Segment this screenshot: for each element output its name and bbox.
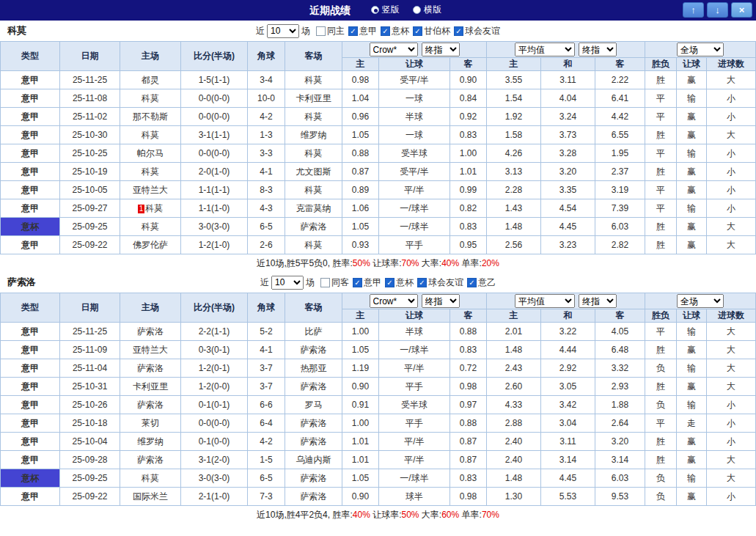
avg-home-odds: 2.40 (487, 451, 541, 469)
checkbox-checked-icon[interactable]: ✓ (454, 26, 463, 36)
avg-home-odds: 1.48 (487, 469, 541, 488)
filter-checkbox[interactable]: ✓意乙 (467, 276, 496, 289)
home-team[interactable]: 科莫 (120, 218, 181, 236)
checkbox-checked-icon[interactable]: ✓ (353, 278, 362, 287)
home-team[interactable]: 亚特兰大 (120, 181, 181, 199)
home-team[interactable]: 萨索洛 (120, 396, 181, 414)
home-team[interactable]: 科莫 (120, 126, 181, 144)
checkbox-unchecked-icon[interactable] (316, 26, 326, 36)
result-outcome: 胜 (645, 433, 677, 451)
avg-away-odds: 4.42 (595, 108, 645, 126)
home-team[interactable]: 1科莫 (120, 199, 181, 218)
summary-segment: 单率: (459, 258, 482, 268)
radio-selected-icon (371, 6, 379, 14)
asia-bookmaker-select[interactable]: Crow* (370, 294, 418, 308)
asia-home-odds: 0.96 (342, 108, 379, 126)
away-team[interactable]: 萨索洛 (285, 469, 342, 488)
checkbox-checked-icon[interactable]: ✓ (417, 278, 427, 287)
home-team[interactable]: 国际米兰 (120, 488, 181, 506)
view-horizontal-radio[interactable]: 横版 (413, 4, 441, 16)
away-team[interactable]: 科莫 (285, 144, 342, 163)
away-team[interactable]: 科莫 (285, 181, 342, 199)
home-team[interactable]: 佛罗伦萨 (120, 236, 181, 254)
away-team[interactable]: 萨索洛 (285, 488, 342, 506)
checkbox-checked-icon[interactable]: ✓ (381, 26, 390, 36)
away-team[interactable]: 萨索洛 (285, 218, 342, 236)
away-team[interactable]: 萨索洛 (285, 378, 342, 396)
corner-score: 6-5 (248, 218, 285, 236)
away-team[interactable]: 萨索洛 (285, 341, 342, 359)
checkbox-checked-icon[interactable]: ✓ (413, 26, 422, 36)
away-team[interactable]: 萨索洛 (285, 433, 342, 451)
filter-checkbox[interactable]: ✓意杯 (381, 25, 409, 37)
matches-table: 类型 日期 主场 比分(半场) 角球 客场 Crow* 终指 平均值 终指 (0, 293, 756, 506)
corner-score: 1-3 (248, 126, 285, 144)
away-team[interactable]: 维罗纳 (285, 126, 342, 144)
avg-home-odds: 4.26 (487, 144, 541, 163)
europe-final-select[interactable]: 终指 (579, 43, 617, 56)
checkbox-checked-icon[interactable]: ✓ (467, 278, 477, 287)
down-arrow-icon: ↓ (715, 4, 720, 15)
home-team[interactable]: 科莫 (120, 163, 181, 181)
match-count-select[interactable]: 10 (267, 24, 299, 38)
home-team[interactable]: 都灵 (120, 71, 181, 89)
filter-checkbox[interactable]: ✓球会友谊 (417, 276, 463, 289)
home-team[interactable]: 萨索洛 (120, 323, 181, 341)
filter-checkbox[interactable]: 同主 (316, 25, 345, 37)
view-vertical-radio[interactable]: 竖版 (371, 4, 400, 16)
col-avg-away: 客 (595, 58, 645, 71)
home-team[interactable]: 卡利亚里 (120, 378, 181, 396)
close-button[interactable]: × (731, 2, 752, 18)
move-down-button[interactable]: ↓ (707, 2, 728, 18)
away-team[interactable]: 卡利亚里 (285, 89, 342, 108)
home-team[interactable]: 萨索洛 (120, 451, 181, 469)
filter-checkbox[interactable]: ✓意杯 (385, 276, 414, 289)
away-team[interactable]: 尤文图斯 (285, 163, 342, 181)
filter-checkbox[interactable]: ✓球会友谊 (454, 25, 500, 37)
filter-checkbox[interactable]: ✓甘伯杯 (413, 25, 450, 37)
away-team[interactable]: 科莫 (285, 71, 342, 89)
away-team[interactable]: 热那亚 (285, 359, 342, 378)
away-team[interactable]: 罗马 (285, 396, 342, 414)
fulltime-select[interactable]: 全场 (677, 43, 724, 56)
checkbox-checked-icon[interactable]: ✓ (385, 278, 394, 287)
avg-draw-odds: 4.04 (541, 89, 595, 108)
asia-final-select[interactable]: 终指 (422, 294, 460, 308)
filter-checkbox[interactable]: 同客 (320, 276, 349, 289)
away-team[interactable]: 萨索洛 (285, 414, 342, 433)
asia-home-odds: 1.06 (342, 199, 379, 218)
handicap-line: 平手 (379, 378, 450, 396)
away-team[interactable]: 科莫 (285, 236, 342, 254)
away-team[interactable]: 比萨 (285, 323, 342, 341)
rank-badge: 1 (138, 205, 145, 213)
fulltime-select[interactable]: 全场 (677, 294, 724, 308)
europe-bookmaker-select[interactable]: 平均值 (515, 294, 575, 308)
home-team[interactable]: 帕尔马 (120, 144, 181, 163)
move-up-button[interactable]: ↑ (683, 2, 704, 18)
away-team[interactable]: 乌迪内斯 (285, 451, 342, 469)
filter-checkbox[interactable]: ✓意甲 (348, 25, 377, 37)
home-team[interactable]: 科莫 (120, 469, 181, 488)
home-team[interactable]: 那不勒斯 (120, 108, 181, 126)
handicap-line: 球半 (379, 488, 450, 506)
avg-home-odds: 2.28 (487, 181, 541, 199)
checkbox-checked-icon[interactable]: ✓ (348, 26, 358, 36)
home-team[interactable]: 亚特兰大 (120, 341, 181, 359)
home-team[interactable]: 维罗纳 (120, 433, 181, 451)
asia-bookmaker-select[interactable]: Crow* (370, 43, 418, 56)
away-team[interactable]: 克雷莫纳 (285, 199, 342, 218)
result-handicap: 走 (677, 414, 707, 433)
filter-checkbox[interactable]: ✓意甲 (353, 276, 381, 289)
match-count-select[interactable]: 10 (271, 276, 304, 290)
asia-final-select[interactable]: 终指 (422, 43, 460, 56)
summary: 近10场,胜5平5负0, 胜率:50% 让球率:70% 大率:40% 单率:20… (0, 254, 756, 272)
home-team[interactable]: 萨索洛 (120, 359, 181, 378)
home-team[interactable]: 科莫 (120, 89, 181, 108)
away-team[interactable]: 科莫 (285, 108, 342, 126)
checkbox-unchecked-icon[interactable] (320, 278, 330, 287)
home-team[interactable]: 莱切 (120, 414, 181, 433)
corner-score: 7-3 (248, 488, 285, 506)
europe-bookmaker-select[interactable]: 平均值 (515, 43, 575, 56)
col-avg-draw: 和 (541, 309, 595, 323)
europe-final-select[interactable]: 终指 (579, 294, 617, 308)
